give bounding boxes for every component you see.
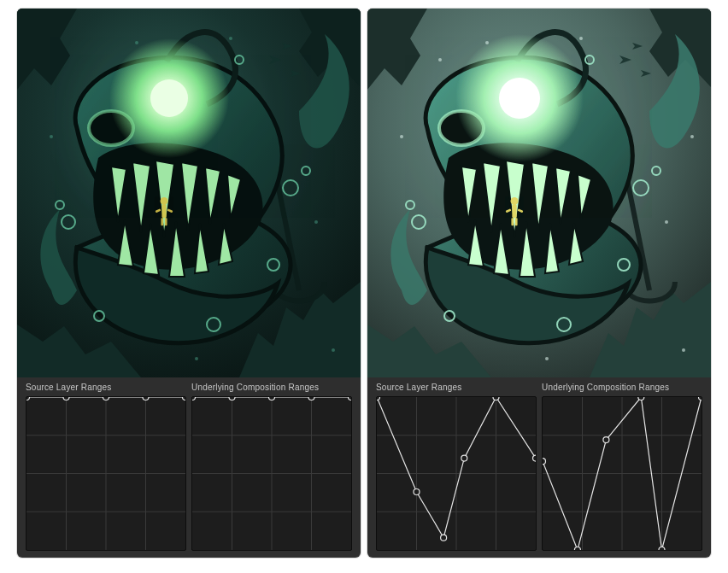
curve-handle[interactable] [308,397,314,401]
curve-handle[interactable] [377,397,380,401]
source-ranges-label: Source Layer Ranges [376,383,537,392]
svg-point-62 [665,220,668,224]
curve-handles[interactable] [26,397,185,550]
source-ranges-editor[interactable] [26,396,186,551]
svg-point-25 [195,357,198,360]
image-preview-left [17,9,361,377]
svg-point-45 [499,78,540,119]
svg-point-66 [438,58,442,61]
curve-handle[interactable] [603,437,609,443]
anglerfish-illustration-dark [17,9,361,377]
svg-rect-8 [161,204,166,218]
curve-handles[interactable] [543,397,702,550]
curve-handle[interactable] [574,547,580,551]
curve-handle[interactable] [349,397,352,401]
underlying-ranges-editor[interactable] [542,396,702,551]
svg-point-22 [229,37,232,40]
underlying-ranges-editor[interactable] [191,396,352,551]
svg-point-26 [332,348,335,352]
source-ranges-label: Source Layer Ranges [26,383,186,392]
curve-handle[interactable] [543,459,546,465]
curve-handle[interactable] [183,397,186,401]
underlying-ranges-label: Underlying Composition Ranges [542,383,702,392]
anglerfish-illustration-bright [367,9,711,377]
comparison-panel-left: Source Layer Ranges Underlying Compositi… [17,9,361,558]
blend-ranges-controls-right: Source Layer Ranges Underlying Compositi… [367,377,711,558]
svg-rect-12 [165,218,167,225]
curve-handle[interactable] [192,397,196,401]
svg-point-21 [135,41,138,44]
svg-point-67 [690,135,694,138]
svg-point-24 [50,135,53,138]
range-labels: Source Layer Ranges Underlying Compositi… [26,377,352,396]
source-ranges-editor[interactable] [376,396,537,551]
curve-handle[interactable] [63,397,69,401]
svg-rect-50 [511,218,514,225]
svg-point-60 [485,41,489,44]
svg-point-63 [400,135,403,138]
curve-handle[interactable] [493,397,499,401]
curve-handle[interactable] [143,397,149,401]
svg-rect-51 [515,218,518,225]
curve-handle[interactable] [26,397,30,401]
svg-point-65 [682,348,685,352]
svg-point-61 [579,37,583,40]
svg-rect-47 [512,204,516,218]
svg-point-64 [545,357,549,360]
svg-point-46 [511,197,519,205]
curve-handle[interactable] [659,547,665,551]
image-preview-right [367,9,711,377]
svg-rect-11 [161,218,163,225]
curve-handle[interactable] [269,397,275,401]
curve-handle[interactable] [533,455,537,461]
curve-handle[interactable] [414,488,420,494]
curve-handle[interactable] [638,397,644,401]
curve-handle[interactable] [229,397,235,401]
blend-ranges-controls-left: Source Layer Ranges Underlying Compositi… [17,377,361,558]
curve-handle[interactable] [699,397,702,401]
comparison-panel-right: Source Layer Ranges Underlying Compositi… [367,9,711,558]
svg-point-7 [161,197,168,205]
curve-handles[interactable] [377,397,536,550]
range-labels: Source Layer Ranges Underlying Compositi… [376,377,702,396]
svg-point-6 [150,79,188,117]
curve-handles[interactable] [192,397,351,550]
underlying-ranges-label: Underlying Composition Ranges [191,383,352,392]
curve-handle[interactable] [461,455,467,461]
curve-handle[interactable] [103,397,109,401]
curve-handle[interactable] [441,535,447,541]
svg-point-23 [314,220,318,224]
page-root: Source Layer Ranges Underlying Compositi… [0,0,728,573]
